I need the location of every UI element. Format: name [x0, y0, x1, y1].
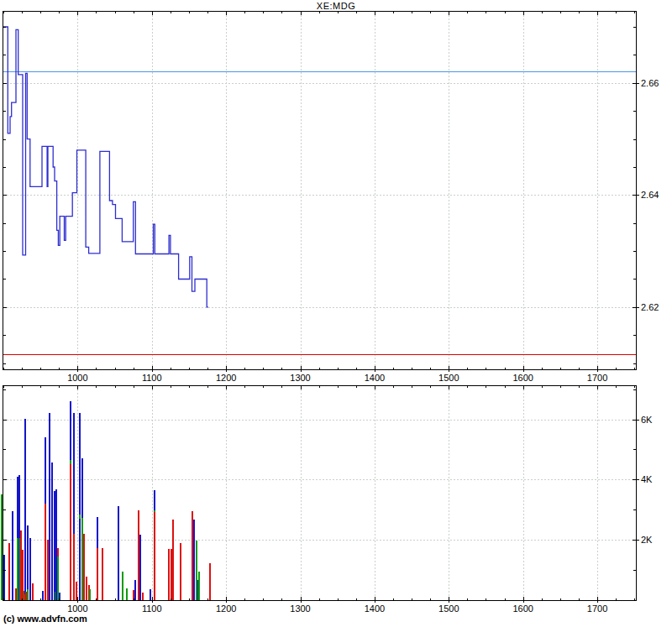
volume-bar	[209, 563, 211, 600]
volume-bar	[97, 548, 98, 600]
price-chart: 2.662.642.621000110012001300140015001600…	[3, 12, 659, 384]
volume-bar	[83, 534, 85, 600]
volume-bar	[196, 541, 197, 600]
volume-bar	[29, 538, 31, 600]
volume-bar	[27, 525, 29, 590]
volume-bar	[24, 419, 26, 594]
price-ticks	[3, 12, 639, 372]
volume-bar	[57, 556, 59, 600]
volume-x-tick-label: 1500	[438, 603, 459, 614]
volume-bar	[168, 549, 170, 600]
price-x-tick-label: 1100	[142, 373, 162, 383]
volume-bar	[192, 511, 193, 600]
volume-x-tick-label: 1700	[587, 603, 607, 614]
volume-bar	[138, 510, 139, 600]
price-y-tick-label: 2.64	[641, 190, 659, 200]
volume-bar	[32, 583, 34, 600]
volume-bar	[154, 510, 155, 513]
price-y-tick-label: 2.62	[641, 302, 659, 312]
volume-bar	[171, 549, 172, 600]
volume-x-tick-label: 1400	[365, 603, 385, 614]
volume-bar	[17, 477, 18, 539]
volume-bar	[17, 538, 18, 600]
price-x-tick-label: 1300	[290, 373, 310, 383]
price-x-tick-label: 1700	[587, 373, 607, 383]
chart-canvas: 2.662.642.621000110012001300140015001600…	[0, 0, 672, 627]
volume-bar	[47, 540, 49, 600]
price-y-tick-label: 2.66	[641, 78, 659, 88]
volume-bar	[81, 458, 83, 518]
volume-bar	[51, 462, 53, 600]
volume-bar	[73, 413, 75, 534]
volume-bar	[198, 572, 200, 600]
volume-x-tick-label: 1200	[216, 603, 236, 614]
volume-bar	[154, 512, 155, 600]
price-x-tick-label: 1200	[216, 373, 236, 383]
volume-bar	[154, 490, 155, 510]
chart-title: XE:MDG	[0, 1, 672, 11]
volume-x-tick-label: 1300	[290, 603, 310, 614]
price-gridlines	[3, 12, 636, 369]
volume-bar	[15, 588, 17, 600]
price-x-tick-label: 1000	[67, 373, 87, 383]
volume-bar	[97, 517, 98, 548]
volume-bar	[49, 413, 50, 600]
volume-bar	[122, 572, 123, 600]
volume-bar	[45, 437, 46, 504]
volume-bar	[81, 518, 83, 600]
volume-bar	[22, 550, 24, 600]
volume-y-tick-label: 4K	[641, 474, 653, 484]
volume-bar	[79, 519, 81, 600]
volume-bar	[102, 548, 103, 600]
volume-bar	[180, 543, 181, 600]
volume-bar	[172, 520, 174, 600]
volume-bar	[8, 543, 10, 600]
price-step-line	[3, 27, 208, 307]
volume-bar	[134, 580, 136, 600]
volume-bar	[89, 589, 91, 600]
price-border	[3, 12, 637, 370]
volume-bar	[25, 592, 27, 600]
volume-x-tick-label: 1600	[512, 603, 533, 614]
volume-bar	[20, 530, 22, 600]
price-x-tick-label: 1600	[512, 373, 533, 383]
volume-bar	[79, 413, 81, 514]
volume-chart: 6K4K2K10001100120013001400150016001700	[1, 386, 653, 614]
volume-bar	[55, 489, 57, 600]
volume-bar	[1, 494, 3, 600]
volume-bar	[12, 511, 13, 600]
volume-y-tick-label: 6K	[641, 415, 653, 425]
volume-ticks	[3, 386, 639, 603]
advfn-stock-chart: 2.662.642.621000110012001300140015001600…	[0, 0, 672, 627]
copyright-text: (c) www.advfn.com	[3, 614, 87, 624]
volume-bar	[86, 577, 87, 600]
volume-bar	[150, 589, 151, 600]
volume-bar	[142, 593, 144, 600]
volume-bar	[45, 504, 46, 600]
volume-y-tick-label: 2K	[641, 535, 653, 545]
volume-bar	[73, 534, 75, 600]
volume-bar	[126, 588, 128, 600]
volume-bar	[193, 520, 195, 600]
volume-bar	[118, 506, 119, 600]
volume-x-tick-label: 1100	[142, 603, 162, 614]
volume-x-tick-label: 1000	[67, 603, 87, 614]
volume-bar	[139, 535, 141, 600]
volume-bar	[70, 464, 71, 600]
volume-bar	[70, 401, 71, 460]
volume-bar	[27, 589, 29, 600]
price-x-tick-label: 1400	[365, 373, 385, 383]
volume-bar	[79, 515, 81, 519]
volume-bars	[1, 401, 211, 600]
volume-bar	[3, 555, 5, 600]
volume-bar	[76, 582, 77, 600]
price-axis-labels: 2.662.642.621000110012001300140015001600…	[67, 78, 659, 383]
volume-bar	[70, 460, 71, 464]
volume-bar	[54, 491, 55, 600]
price-x-tick-label: 1500	[438, 373, 459, 383]
volume-bar	[42, 591, 44, 600]
